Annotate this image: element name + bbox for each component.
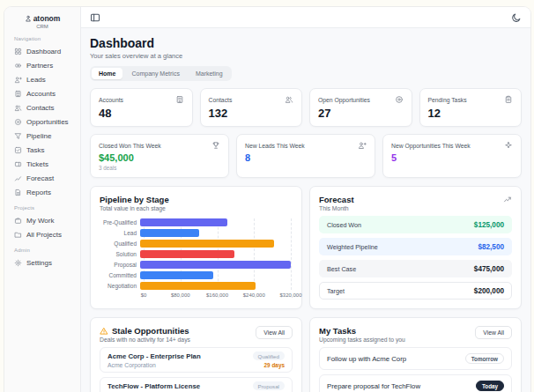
highlight-card-header: New Leads This Week <box>245 141 367 150</box>
sidebar-item-label: Partners <box>26 62 53 70</box>
sidebar-item[interactable]: Opportunities <box>4 115 80 129</box>
accounts-icon <box>14 90 22 98</box>
sidebar-item[interactable]: Dashboard <box>4 44 80 58</box>
sidebar-item[interactable]: Tasks <box>4 143 80 157</box>
task-row[interactable]: Prepare proposal for TechFlow Today <box>319 374 512 392</box>
tab-label: Home <box>99 70 115 77</box>
panel-toggle-icon[interactable] <box>90 12 100 23</box>
trend-icon <box>503 195 512 203</box>
forecast-subtitle: This Month <box>319 205 354 211</box>
tasks-view-all-button[interactable]: View All <box>475 326 512 339</box>
forecast-row: Target $200,000 <box>319 282 512 300</box>
sidebar-item[interactable]: Reports <box>4 185 80 199</box>
topbar <box>81 7 530 28</box>
forecast-row-label: Closed Won <box>327 221 361 229</box>
sidebar-item-label: Opportunities <box>26 118 69 126</box>
stat-card: Accounts 48 <box>90 88 193 127</box>
stat-card: Open Opportunities 27 <box>309 88 412 127</box>
stale-view-all-button[interactable]: View All <box>256 326 293 339</box>
middle-row: Pipeline by Stage Total value in each st… <box>90 186 522 309</box>
nav-section-items: Dashboard Partners Leads Accounts <box>4 44 80 199</box>
sidebar-item-label: Forecast <box>26 174 54 182</box>
reports-icon <box>14 189 22 196</box>
tickets-icon <box>14 160 22 168</box>
sidebar-item[interactable]: Accounts <box>4 86 80 100</box>
sidebar-item[interactable]: Contacts <box>4 100 80 115</box>
sidebar-item[interactable]: My Work <box>4 213 80 227</box>
chart-row: Pre-Qualified <box>100 218 293 226</box>
tab[interactable]: Marketing <box>189 68 230 79</box>
moon-icon[interactable] <box>511 12 522 23</box>
chart-row: Committed <box>100 271 293 279</box>
forecast-row-value: $475,000 <box>474 265 504 273</box>
chart-bar <box>140 229 199 237</box>
sidebar-item[interactable]: Tickets <box>4 157 80 171</box>
sidebar-item-label: Dashboard <box>26 48 61 55</box>
sparkle-icon <box>504 141 513 150</box>
nav-section-label: Admin <box>14 248 80 253</box>
highlight-label: Closed Won This Week <box>99 143 161 149</box>
chart-xtick: $320,000 <box>279 292 301 298</box>
tasks-icon <box>14 146 22 154</box>
chart-bar <box>140 240 274 248</box>
tab-bar: Home Company Metrics Marketing <box>90 66 232 81</box>
pipeline-title: Pipeline by Stage <box>100 195 293 204</box>
chart-ylabel: Pre-Qualified <box>100 219 140 226</box>
mywork-icon <box>14 217 22 225</box>
clipboard-icon <box>504 95 513 104</box>
stale-header: Stale Opportunities Deals with no activi… <box>100 326 293 343</box>
forecast-row-label: Target <box>327 287 345 295</box>
chart-bar <box>140 250 234 258</box>
highlight-card: Closed Won This Week $45,000 3 deals <box>90 134 229 178</box>
logo-icon <box>25 15 32 22</box>
my-tasks-card: My Tasks Upcoming tasks assigned to you … <box>309 317 522 392</box>
days-stale: 29 days <box>264 362 285 368</box>
sidebar-item-label: Leads <box>26 76 46 84</box>
bottom-row: Stale Opportunities Deals with no activi… <box>90 317 522 392</box>
chart-xtick: $240,000 <box>243 292 265 298</box>
forecast-card: Forecast This Month Closed Won $125,000 … <box>309 186 522 309</box>
stale-opportunities-card: Stale Opportunities Deals with no activi… <box>90 317 302 392</box>
stat-label: Pending Tasks <box>428 97 467 103</box>
forecast-row: Weighted Pipeline $82,500 <box>319 238 512 255</box>
stat-card-header: Pending Tasks <box>428 95 514 104</box>
task-row[interactable]: Follow up with Acme Corp Tomorrow <box>319 347 512 370</box>
stat-label: Open Opportunities <box>318 97 370 103</box>
dashboard-icon <box>14 48 22 55</box>
tab[interactable]: Home <box>92 68 122 79</box>
sidebar-item[interactable]: All Projects <box>4 227 80 241</box>
sidebar-item-label: Tasks <box>26 146 44 154</box>
forecast-row-value: $82,500 <box>478 243 504 251</box>
opportunity-name: Acme Corp - Enterprise Plan <box>108 352 201 360</box>
chart-track <box>140 229 291 237</box>
forecast-row-label: Weighted Pipeline <box>327 243 378 251</box>
forecast-row-value: $200,000 <box>474 287 504 295</box>
nav-section: Projects My Work All Projects <box>4 205 80 241</box>
tab[interactable]: Company Metrics <box>124 68 186 79</box>
sidebar-item[interactable]: Leads <box>4 72 80 86</box>
sidebar-item[interactable]: Pipeline <box>4 129 80 143</box>
page-title: Dashboard <box>90 36 522 50</box>
chart-row: Qualified <box>100 240 293 248</box>
forecast-row-value: $125,000 <box>474 221 504 229</box>
forecast-row: Closed Won $125,000 <box>319 216 512 233</box>
nav-section: Navigation Dashboard Partners Leads <box>4 36 80 199</box>
chart-xtick: $80,000 <box>171 292 190 298</box>
sidebar-item-label: Pipeline <box>26 132 51 140</box>
brand-product: CRM <box>4 24 80 29</box>
stale-opportunity-row[interactable]: Acme Corp - Enterprise Plan Acme Corpora… <box>100 347 293 373</box>
tasks-header: My Tasks Upcoming tasks assigned to you … <box>319 326 512 343</box>
brand: atonom CRM <box>4 14 80 29</box>
user-plus-icon <box>358 141 367 150</box>
sidebar-item[interactable]: Partners <box>4 58 80 72</box>
stat-card-header: Contacts <box>209 95 294 104</box>
stat-value: 12 <box>428 107 514 120</box>
sidebar-item[interactable]: Settings <box>4 255 80 270</box>
leads-icon <box>14 76 22 84</box>
stale-opportunity-row[interactable]: TechFlow - Platform License TechFlow Sol… <box>100 377 293 392</box>
pipeline-subtitle: Total value in each stage <box>100 205 293 211</box>
sidebar-item[interactable]: Forecast <box>4 171 80 185</box>
chart-track <box>140 218 291 226</box>
target-icon <box>395 95 404 104</box>
sidebar-item-label: All Projects <box>26 231 62 239</box>
